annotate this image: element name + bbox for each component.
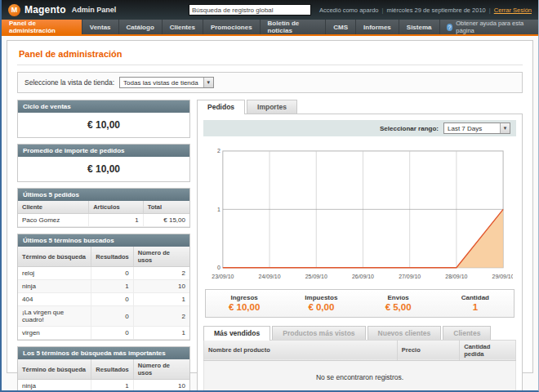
table-row[interactable]: ninja 1 10	[18, 380, 189, 392]
cell-term: 404	[18, 293, 91, 306]
lifetime-sales-title: Ciclo de ventas	[18, 100, 189, 113]
last-orders-title: Últimos 5 pedidos	[18, 189, 189, 201]
cell-term: virgen	[18, 327, 91, 340]
orders-chart: 23/09/1024/09/1025/09/1026/09/1027/09/10…	[203, 141, 516, 283]
empty-grid-message: No se encontraron registros.	[203, 361, 516, 392]
cell-customer: Paco Gomez	[18, 214, 89, 227]
col-header: Número de usos	[133, 359, 189, 380]
nav-item-cms[interactable]: CMS	[326, 20, 356, 34]
tab-nuevos-clientes[interactable]: Nuevos clientes	[368, 326, 442, 340]
separator: |	[489, 7, 491, 14]
nav-item-boletin[interactable]: Boletín de noticias	[261, 20, 327, 34]
dashboard-left-column: Ciclo de ventas € 10,00 Promedio de impo…	[17, 100, 190, 392]
chevron-down-icon: ▼	[203, 78, 213, 87]
help-link[interactable]: ? Obtener ayuda para esta página	[440, 20, 539, 34]
cell-term: ninja	[18, 280, 91, 293]
nav-item-catalogo[interactable]: Catálogo	[119, 20, 163, 34]
cell-uses: 10	[133, 380, 189, 392]
main-nav: Panel de administración Ventas Catálogo …	[2, 20, 538, 36]
svg-text:24/09/10: 24/09/10	[259, 274, 281, 279]
chevron-down-icon: ▼	[500, 123, 510, 133]
tab-importes[interactable]: Importes	[247, 100, 297, 114]
totals-bar: Ingresos € 10,00 Impuestos € 0,00 Envíos…	[205, 289, 514, 318]
col-header-qty: Cantidad pedida	[460, 340, 516, 360]
cell-total: € 15,00	[143, 214, 189, 227]
col-header-product: Nombre del producto	[204, 340, 398, 360]
average-orders-title: Promedio de importe de pedidos	[18, 145, 189, 157]
last-search-title: Últimos 5 términos buscados	[18, 234, 189, 247]
help-icon: ?	[447, 24, 453, 31]
tab-pedidos[interactable]: Pedidos	[197, 100, 245, 114]
tab-clientes[interactable]: Clientes	[443, 326, 491, 340]
cell-results: 0	[91, 306, 133, 327]
cell-results: 0	[91, 293, 133, 306]
nav-item-dashboard[interactable]: Panel de administración	[2, 20, 82, 34]
cell-results: 0	[91, 327, 133, 340]
nav-item-ventas[interactable]: Ventas	[82, 20, 119, 34]
svg-text:23/09/10: 23/09/10	[212, 274, 234, 279]
diagram-tab-body: Seleccionar rango: Last 7 Days ▼ 23/09/1…	[197, 114, 523, 392]
dashboard-page: Panel de administración Seleccione la vi…	[7, 40, 533, 373]
logo-subtitle: Admin Panel	[72, 6, 117, 14]
nav-item-clientes[interactable]: Clientes	[163, 20, 203, 34]
col-header: Resultados	[91, 247, 133, 267]
orders-chart-svg: 23/09/1024/09/1025/09/1026/09/1027/09/10…	[207, 143, 513, 283]
cell-uses: 2	[133, 267, 189, 280]
svg-text:26/09/10: 26/09/10	[352, 274, 374, 279]
top-header: M Magento Admin Panel Accedió como apard…	[2, 0, 538, 20]
stat-label: Cantidad	[437, 294, 514, 301]
cell-results: 0	[91, 267, 133, 280]
logout-link[interactable]: Cerrar Sesión	[494, 7, 532, 14]
nav-item-informes[interactable]: Informes	[356, 20, 399, 34]
current-date: miércoles 29 de septiembre de 2010	[386, 7, 485, 14]
table-row[interactable]: Paco Gomez 1 € 15,00	[18, 214, 189, 227]
col-header: Cliente	[18, 201, 89, 214]
svg-text:2: 2	[217, 148, 220, 154]
range-value: Last 7 Days	[448, 125, 495, 132]
average-orders-value: € 10,00	[18, 157, 189, 181]
cell-uses: 10	[133, 280, 189, 293]
cell-term: ninja	[18, 380, 91, 392]
nav-item-sistema[interactable]: Sistema	[399, 20, 440, 34]
stat-value: € 10,00	[206, 302, 283, 312]
stat-value: € 0,00	[283, 302, 359, 312]
products-grid: Nombre del producto Precio Cantidad pedi…	[203, 340, 516, 361]
cell-results: 1	[91, 280, 133, 293]
logged-in-text: Accedió como apardo	[319, 7, 379, 14]
magento-logo-icon: M	[8, 4, 20, 16]
last-search-panel: Últimos 5 términos buscados Término de b…	[17, 234, 190, 341]
range-select[interactable]: Last 7 Days ▼	[443, 122, 510, 134]
separator: |	[381, 7, 383, 14]
cell-items: 1	[89, 214, 143, 227]
diagram-tabs: Pedidos Importes	[197, 100, 523, 114]
stat-envios: Envíos € 5,00	[360, 294, 437, 312]
tab-productos-mas-vistos[interactable]: Productos más vistos	[272, 326, 365, 340]
col-header: Resultados	[91, 359, 133, 380]
top-search-panel: Los 5 términos de búsqueda más important…	[17, 346, 190, 392]
average-orders-panel: Promedio de importe de pedidos € 10,00	[17, 144, 190, 182]
stat-impuestos: Impuestos € 0,00	[283, 294, 359, 312]
table-row[interactable]: ¡La virgen que cuadro! 0 2	[18, 306, 189, 327]
svg-text:0: 0	[217, 265, 220, 270]
cell-uses: 1	[133, 293, 189, 306]
global-search-input[interactable]	[189, 4, 311, 16]
range-bar: Seleccionar rango: Last 7 Days ▼	[203, 120, 516, 136]
svg-text:25/09/10: 25/09/10	[305, 274, 327, 279]
table-row[interactable]: reloj 0 2	[18, 267, 189, 280]
top-search-title: Los 5 términos de búsqueda más important…	[18, 347, 189, 359]
stat-value: 1	[437, 302, 514, 312]
logo-text: Magento	[24, 4, 66, 16]
stat-label: Envíos	[360, 294, 437, 301]
col-header-price: Precio	[397, 340, 459, 360]
range-label: Seleccionar rango:	[380, 125, 439, 132]
table-row[interactable]: 404 0 1	[18, 293, 189, 306]
store-view-select[interactable]: Todas las vistas de tienda ▼	[119, 77, 214, 88]
table-row[interactable]: virgen 0 1	[18, 327, 189, 340]
magento-logo: M Magento Admin Panel	[8, 4, 116, 16]
col-header: Término de búsqueda	[18, 359, 91, 380]
tab-mas-vendidos[interactable]: Más vendidos	[203, 326, 270, 341]
store-view-label: Seleccione la vista de tienda:	[24, 78, 114, 87]
table-row[interactable]: ninja 1 10	[18, 280, 189, 293]
nav-item-promociones[interactable]: Promociones	[203, 20, 261, 34]
store-view-value: Todas las vistas de tienda	[123, 79, 198, 87]
